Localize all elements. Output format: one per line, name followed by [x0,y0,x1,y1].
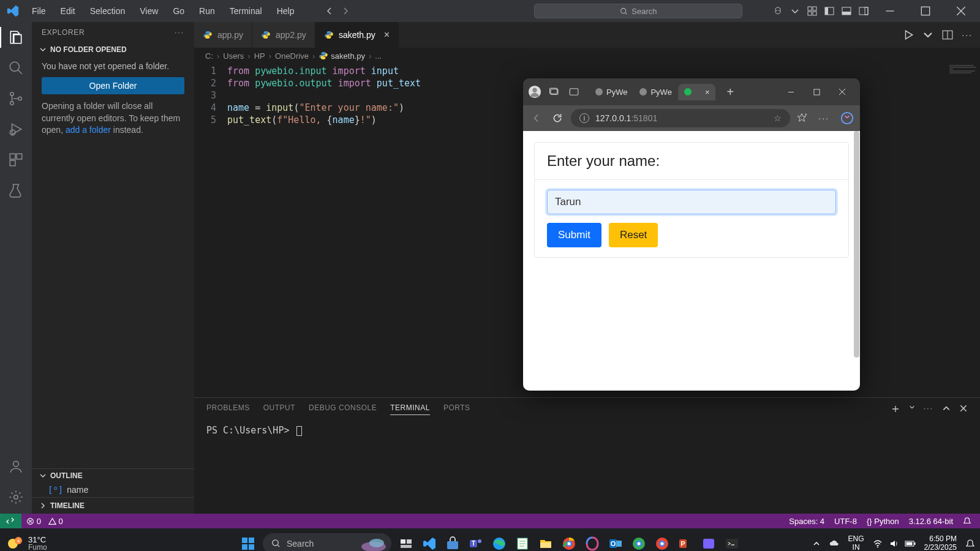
taskbar-app-icon[interactable] [700,535,717,552]
panel-tab-terminal[interactable]: TERMINAL [390,403,430,415]
volume-icon[interactable] [889,539,899,549]
panel-more-icon[interactable]: ··· [924,404,933,414]
taskbar-outlook-icon[interactable]: O [607,535,624,552]
copilot-browser-icon[interactable] [840,111,854,125]
breadcrumbs[interactable]: C:›Users›HP›OneDrive›saketh.py›... [194,48,980,64]
panel-tab-output[interactable]: OUTPUT [263,403,295,414]
tray-chevron-icon[interactable] [813,540,820,547]
window-maximize[interactable] [911,0,940,22]
status-errors[interactable]: 0 [26,517,41,526]
activity-debug[interactable] [8,121,24,137]
weather-widget[interactable]: 4 31°C Fumo [5,534,47,552]
copilot-icon[interactable] [773,6,783,16]
panel-left-icon[interactable] [824,6,834,16]
tab-app-py[interactable]: app.py [194,22,252,48]
scrollbar[interactable] [854,131,859,358]
sidebar-section-nofolder[interactable]: NO FOLDER OPENED [32,43,194,56]
workspace-icon[interactable] [567,85,581,99]
close-icon[interactable]: × [705,88,710,97]
tray-onedrive-icon[interactable] [829,538,840,549]
panel-tab-ports[interactable]: PORTS [443,403,470,414]
browser-close[interactable] [829,80,855,104]
taskbar-edge-icon[interactable] [491,535,508,552]
menu-terminal[interactable]: Terminal [224,4,268,18]
panel-tab-debug-console[interactable]: DEBUG CONSOLE [309,403,377,414]
address-bar[interactable]: i 127.0.0.1:51801 ☆ [571,109,790,127]
panel-right-icon[interactable] [859,6,869,16]
tab-app2-py[interactable]: app2.py [252,22,315,48]
sidebar-section-outline[interactable]: OUTLINE [32,469,194,482]
window-minimize[interactable] [876,0,904,22]
name-input[interactable] [547,190,836,214]
taskbar-notepad-icon[interactable] [514,535,531,552]
taskbar-chrome3-icon[interactable] [654,535,671,552]
chevron-down-icon[interactable] [922,29,933,40]
activity-search[interactable] [8,60,24,76]
taskbar-store-icon[interactable] [444,535,461,552]
clock[interactable]: 6:50 PM2/23/2025 [924,535,957,551]
nav-forward-icon[interactable] [341,6,350,16]
battery-icon[interactable] [905,540,916,547]
tab-saketh-py[interactable]: saketh.py× [315,22,399,48]
new-terminal-icon[interactable] [891,404,900,414]
chevron-down-icon[interactable] [909,404,915,410]
status-interpreter[interactable]: 3.12.6 64-bit [909,517,953,526]
menu-edit[interactable]: Edit [55,4,81,18]
taskbar-vscode-icon[interactable] [421,535,438,552]
task-view-icon[interactable] [398,535,415,552]
status-language[interactable]: {} Python [867,517,899,526]
browser-minimize[interactable] [778,80,804,104]
activity-settings[interactable] [8,489,24,505]
submit-button[interactable]: Submit [547,223,601,247]
breadcrumb-seg[interactable]: ... [375,51,382,61]
sidebar-section-timeline[interactable]: TIMELINE [32,497,194,514]
status-spaces[interactable]: Spaces: 4 [789,517,824,526]
menu-file[interactable]: File [26,4,52,18]
new-tab-button[interactable]: + [722,85,739,99]
site-info-icon[interactable]: i [579,113,589,123]
menu-selection[interactable]: Selection [84,4,132,18]
browser-back-icon[interactable] [529,111,544,126]
start-button[interactable] [239,535,257,552]
run-icon[interactable] [903,29,914,40]
menu-run[interactable]: Run [193,4,221,18]
favorite-icon[interactable]: ☆ [774,113,782,123]
outline-item[interactable]: [ᴼ] name [32,482,194,497]
activity-testing[interactable] [8,182,24,198]
wifi-icon[interactable] [873,539,883,549]
taskbar-terminal-icon[interactable] [723,535,741,552]
breadcrumb-seg[interactable]: HP [254,51,265,61]
close-icon[interactable]: × [384,29,390,40]
breadcrumb-seg[interactable]: Users [223,51,244,61]
add-folder-link[interactable]: add a folder [66,125,111,135]
terminal[interactable]: PS C:\Users\HP> [194,420,980,441]
tab-actions-icon[interactable] [548,85,561,99]
browser-tab-1[interactable]: PyWe [633,84,677,100]
split-editor-icon[interactable] [942,29,953,40]
nav-back-icon[interactable] [325,6,334,16]
browser-menu-icon[interactable]: ··· [818,113,829,123]
taskbar-m365-icon[interactable] [584,535,601,552]
close-panel-icon[interactable] [959,404,968,413]
activity-account[interactable] [8,459,24,474]
tab-more-icon[interactable]: ··· [962,30,973,40]
sidebar-more-icon[interactable]: ··· [175,28,184,37]
panel-bottom-icon[interactable] [842,6,851,16]
menu-view[interactable]: View [134,4,164,18]
chevron-down-icon[interactable] [790,6,800,16]
layout-grid-icon[interactable] [807,6,817,16]
status-warnings[interactable]: 0 [48,517,63,526]
minimap[interactable] [949,65,980,77]
activity-extensions[interactable] [8,152,24,168]
breadcrumb-seg[interactable]: C: [205,51,213,61]
notifications-icon[interactable] [965,539,975,549]
window-close[interactable] [947,0,975,22]
taskbar-chrome-icon[interactable] [560,535,578,552]
activity-scm[interactable] [8,91,24,107]
taskbar-teams-icon[interactable]: T [467,535,484,552]
taskbar-powerpoint-icon[interactable]: P [677,535,694,552]
taskbar-explorer-icon[interactable] [537,535,554,552]
language-indicator[interactable]: ENGIN [848,535,864,551]
browser-refresh-icon[interactable] [550,111,565,126]
open-folder-button[interactable]: Open Folder [42,77,184,94]
